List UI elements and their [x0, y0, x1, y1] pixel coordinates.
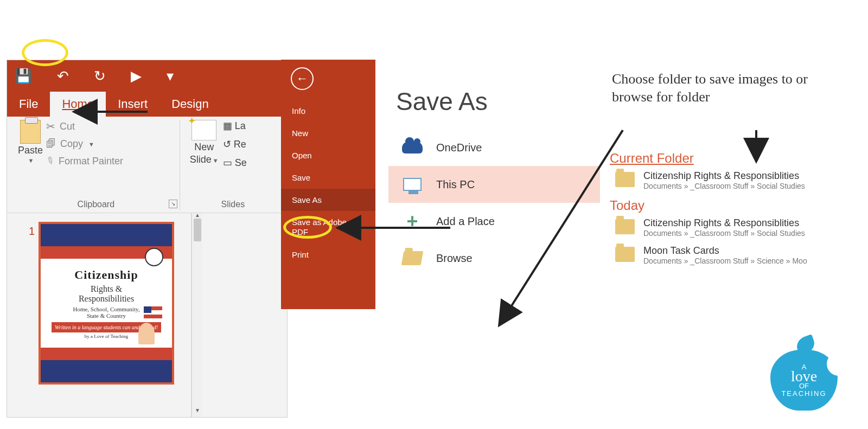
folder-open-icon [401, 251, 424, 265]
backstage-item-info[interactable]: Info [281, 100, 375, 122]
format-painter-label: Format Painter [59, 156, 123, 167]
recent-folders: Current Folder Citizenship Rights & Resp… [610, 146, 859, 273]
folder-path: Documents » _Classroom Stuff » Social St… [643, 182, 805, 190]
tab-home[interactable]: Home [50, 92, 106, 117]
backstage-item-saveas[interactable]: Save As [281, 189, 375, 211]
tab-design[interactable]: Design [159, 92, 220, 117]
monitor-icon [403, 178, 422, 191]
folder-today-0[interactable]: Citizenship Rights & Responsiblities Doc… [615, 217, 859, 238]
brand-logo: A love OF TEACHING [763, 334, 844, 415]
slide-thumbnail-1[interactable]: Citizenship Rights & Responsibilities Ho… [39, 222, 174, 385]
paste-icon [20, 120, 41, 144]
brush-icon [46, 155, 54, 167]
undo-icon[interactable]: ↶ [57, 68, 69, 85]
redo-icon[interactable]: ↻ [94, 68, 106, 85]
cloud-icon [402, 142, 423, 153]
slide-number: 1 [29, 225, 35, 238]
backstage-item-print[interactable]: Print [281, 244, 375, 266]
slide-thumbnail-pane[interactable]: 1 Citizenship Rights & Responsibilities … [7, 213, 192, 417]
folder-icon [615, 219, 635, 234]
location-this-pc[interactable]: This PC [388, 166, 600, 203]
thumb-subtitle: Rights & Responsibilities [79, 284, 134, 304]
copy-icon [46, 138, 56, 150]
logo-text-teaching: TEACHING [781, 390, 826, 398]
backstage-menu: ← Info New Open Save Save As Save as Ado… [281, 60, 375, 309]
chevron-down-icon[interactable]: ▼ [213, 157, 219, 164]
plus-icon: + [406, 216, 418, 227]
section-label: Se [235, 157, 247, 168]
reset-label: Re [234, 139, 246, 150]
slide-editing-area: 1 Citizenship Rights & Responsibilities … [7, 213, 287, 417]
folder-icon [615, 247, 635, 262]
start-slideshow-icon[interactable]: ▶ [131, 68, 142, 85]
chevron-down-icon[interactable]: ▼ [28, 157, 34, 164]
reset-button[interactable]: ↺ Re [223, 138, 247, 150]
paste-label: Paste [18, 145, 43, 156]
folder-path: Documents » _Classroom Stuff » Science »… [643, 257, 807, 265]
cut-button[interactable]: Cut [46, 120, 123, 133]
thumb-tagline: Home, School, Community, State & Country [73, 306, 139, 319]
group-title-slides: Slides [190, 197, 276, 210]
layout-button[interactable]: ▦ La [223, 120, 247, 132]
backstage-item-save[interactable]: Save [281, 167, 375, 189]
seal-icon [145, 248, 163, 266]
backstage-item-save-pdf[interactable]: Save as Adobe PDF [281, 211, 375, 244]
current-folder-header: Current Folder [610, 151, 859, 166]
new-slide-label-2: Slide [190, 154, 212, 165]
today-header: Today [610, 198, 859, 213]
group-slides: New Slide▼ ▦ La ↺ Re ▭ Se Slides [184, 120, 282, 210]
back-button[interactable]: ← [291, 67, 314, 90]
save-icon[interactable]: 💾 [15, 68, 32, 85]
new-slide-button[interactable]: New Slide▼ [190, 120, 219, 169]
scroll-down-icon[interactable]: ▼ [193, 407, 202, 416]
quick-access-toolbar: 💾 ↶ ↻ ▶ ▾ [7, 60, 287, 92]
clipboard-launcher-icon[interactable]: ↘ [169, 200, 177, 208]
chevron-down-icon[interactable]: ▼ [88, 141, 94, 148]
copy-label: Copy [60, 138, 83, 150]
location-addplace-label: Add a Place [436, 215, 495, 228]
ribbon-body: Paste ▼ Cut Copy▼ Format Painter Clipboa… [7, 117, 287, 213]
folder-name: Citizenship Rights & Responsiblities [643, 217, 805, 229]
folder-icon [615, 172, 635, 187]
powerpoint-main-window: 💾 ↶ ↻ ▶ ▾ File Home Insert Design Paste … [7, 60, 288, 418]
layout-label: La [235, 120, 246, 131]
backstage-item-open[interactable]: Open [281, 144, 375, 167]
location-browse[interactable]: Browse [388, 240, 600, 277]
folder-path: Documents » _Classroom Stuff » Social St… [643, 229, 805, 238]
location-add-place[interactable]: + Add a Place [388, 203, 600, 240]
logo-text-of: OF [799, 382, 809, 390]
thumb-credit: by a Love of Teaching [85, 334, 129, 339]
backstage-item-new[interactable]: New [281, 122, 375, 144]
location-browse-label: Browse [436, 252, 473, 265]
cut-label: Cut [60, 121, 75, 132]
paste-button[interactable]: Paste ▼ [18, 120, 43, 167]
group-title-clipboard: Clipboard [18, 197, 174, 210]
annotation-text: Choose folder to save images to or brows… [612, 71, 840, 106]
new-slide-label-1: New [194, 142, 214, 152]
location-onedrive-label: OneDrive [436, 142, 482, 154]
section-button[interactable]: ▭ Se [223, 157, 247, 169]
tab-insert[interactable]: Insert [106, 92, 159, 117]
folder-name: Citizenship Rights & Responsiblities [643, 170, 805, 182]
backstage-list: Info New Open Save Save As Save as Adobe… [281, 100, 375, 266]
scissors-icon [46, 120, 55, 133]
format-painter-button[interactable]: Format Painter [46, 155, 123, 167]
flag-character-icon [133, 306, 165, 344]
folder-today-1[interactable]: Moon Task Cards Documents » _Classroom S… [615, 245, 859, 265]
copy-button[interactable]: Copy▼ [46, 138, 123, 150]
folder-current[interactable]: Citizenship Rights & Responsiblities Doc… [615, 170, 859, 190]
folder-name: Moon Task Cards [643, 245, 807, 257]
location-onedrive[interactable]: OneDrive [388, 129, 600, 166]
tab-file[interactable]: File [7, 92, 50, 117]
new-slide-icon [192, 120, 216, 140]
scroll-thumb[interactable] [194, 219, 201, 241]
qat-customize-icon[interactable]: ▾ [167, 68, 174, 85]
group-clipboard: Paste ▼ Cut Copy▼ Format Painter Clipboa… [12, 120, 180, 210]
apple-bite [827, 352, 851, 376]
thumb-title: Citizenship [74, 268, 138, 282]
thumbnail-scrollbar[interactable]: ▲ ▼ [192, 213, 202, 417]
ribbon-tabs: File Home Insert Design [7, 92, 287, 117]
saveas-locations: OneDrive This PC + Add a Place Browse [388, 129, 600, 277]
location-thispc-label: This PC [436, 178, 475, 191]
